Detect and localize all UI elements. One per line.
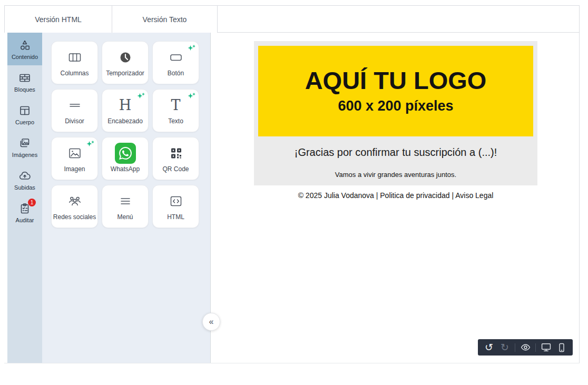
text-icon: T	[171, 97, 180, 114]
block-label: QR Code	[162, 165, 189, 173]
editor-toolbar: ↺ ↻	[478, 339, 573, 356]
ai-sparkle-icon	[188, 44, 195, 52]
email-document: AQUÍ TU LOGO 600 x 200 píxeles ¡Gracias …	[254, 41, 537, 200]
block-card-columns[interactable]: Columnas	[51, 41, 98, 84]
block-card-whatsapp[interactable]: WhatsApp	[102, 137, 149, 180]
block-card-button[interactable]: Botón	[152, 41, 199, 84]
preview-button[interactable]	[520, 341, 531, 354]
logo-placeholder-size: 600 x 200 píxeles	[338, 98, 453, 114]
tab-version-texto[interactable]: Versión Texto	[112, 6, 218, 33]
sidebar-item-contenido[interactable]: Contenido	[7, 33, 42, 65]
block-label: Botón	[168, 70, 184, 77]
block-card-menu[interactable]: Menú	[102, 185, 149, 228]
email-preview-canvas[interactable]: « AQUÍ TU LOGO 600 x 200 píxeles ¡Gracia…	[211, 33, 580, 363]
heading-icon: H	[119, 97, 132, 114]
block-label: Temporizador	[106, 70, 144, 77]
block-card-social[interactable]: Redes sociales	[51, 185, 98, 228]
email-subtext-block[interactable]: Vamos a vivir grandes aventuras juntos.	[258, 171, 533, 179]
block-label: HTML	[167, 213, 184, 221]
sidebar-item-bloques[interactable]: Bloques	[7, 65, 42, 98]
sidebar-item-subidas[interactable]: Subidas	[7, 163, 42, 196]
sidebar-item-label: Imágenes	[12, 152, 37, 158]
sidebar-item-label: Contenido	[12, 54, 38, 60]
ai-sparkle-icon	[137, 92, 145, 100]
audit-count-badge: 1	[28, 199, 36, 206]
sidebar-item-label: Cuerpo	[15, 119, 34, 125]
desktop-icon	[541, 342, 551, 352]
block-card-timer[interactable]: Temporizador	[102, 41, 149, 84]
button-icon	[168, 49, 184, 66]
columns-icon	[67, 49, 83, 66]
menu-icon	[117, 193, 133, 210]
logo-placeholder-image[interactable]: AQUÍ TU LOGO 600 x 200 píxeles	[258, 46, 533, 136]
audit-clipboard-icon: 1	[18, 202, 32, 215]
block-label: Texto	[168, 117, 183, 125]
ai-sparkle-icon	[188, 92, 195, 100]
shapes-icon	[18, 38, 32, 52]
mobile-icon	[557, 343, 566, 352]
redo-icon: ↻	[501, 342, 509, 352]
sidebar: Contenido Bloques Cuer	[7, 33, 42, 363]
mobile-view-button[interactable]	[556, 341, 567, 354]
collapse-panel-button[interactable]: «	[202, 313, 220, 331]
blocks-grid: Columnas Temporizador	[51, 41, 199, 228]
email-heading-block[interactable]: ¡Gracias por confirmar tu suscripción a …	[258, 146, 533, 159]
body-layout-icon	[18, 104, 32, 117]
block-label: Menú	[117, 213, 133, 221]
whatsapp-icon	[115, 145, 136, 162]
logo-placeholder-title: AQUÍ TU LOGO	[305, 68, 487, 93]
block-label: Redes sociales	[53, 213, 96, 221]
images-icon	[18, 136, 32, 150]
block-label: Divisor	[65, 117, 84, 125]
block-card-heading[interactable]: H Encabezado	[102, 89, 149, 132]
content-blocks-panel: Columnas Temporizador	[42, 33, 211, 363]
block-label: Encabezado	[107, 117, 143, 125]
undo-icon: ↺	[485, 342, 493, 352]
header-spacer	[218, 6, 580, 33]
block-card-image[interactable]: Imagen	[51, 137, 98, 180]
version-tab-bar: Versión HTML Versión Texto	[4, 5, 580, 33]
email-body[interactable]: AQUÍ TU LOGO 600 x 200 píxeles ¡Gracias …	[254, 41, 537, 185]
email-editor-app: Versión HTML Versión Texto Contenido	[4, 5, 580, 363]
desktop-view-button[interactable]	[540, 341, 552, 354]
eye-icon	[521, 342, 531, 352]
ai-sparkle-icon	[86, 140, 94, 148]
block-card-divider[interactable]: Divisor	[51, 89, 98, 132]
toolbar-divider	[515, 343, 515, 352]
redo-button[interactable]: ↻	[499, 341, 511, 354]
timer-icon	[117, 49, 133, 66]
qr-code-icon	[169, 145, 183, 162]
cloud-upload-icon	[18, 169, 32, 183]
tab-version-html[interactable]: Versión HTML	[4, 6, 112, 33]
sidebar-item-label: Subidas	[14, 184, 35, 191]
toolbar-divider	[535, 343, 536, 352]
block-label: WhatsApp	[111, 165, 140, 173]
sidebar-item-cuerpo[interactable]: Cuerpo	[7, 98, 42, 131]
block-label: Imagen	[64, 165, 85, 173]
sidebar-item-auditar[interactable]: 1 Auditar	[7, 196, 42, 229]
undo-button[interactable]: ↺	[483, 341, 495, 354]
email-footer-block[interactable]: © 2025 Julia Vodanova | Politica de priv…	[254, 191, 537, 200]
divider-icon	[67, 97, 83, 114]
block-card-text[interactable]: T Texto	[152, 89, 199, 132]
editor-main: Contenido Bloques Cuer	[4, 33, 580, 363]
sidebar-item-label: Auditar	[16, 217, 34, 223]
block-card-qr[interactable]: QR Code	[152, 137, 199, 180]
block-label: Columnas	[60, 70, 89, 77]
image-icon	[67, 145, 83, 162]
bricks-icon	[18, 71, 32, 85]
html-icon	[168, 193, 184, 210]
sidebar-item-label: Bloques	[14, 86, 35, 93]
block-card-html[interactable]: HTML	[152, 185, 199, 228]
sidebar-item-imagenes[interactable]: Imágenes	[7, 131, 42, 163]
social-icon	[67, 193, 83, 210]
